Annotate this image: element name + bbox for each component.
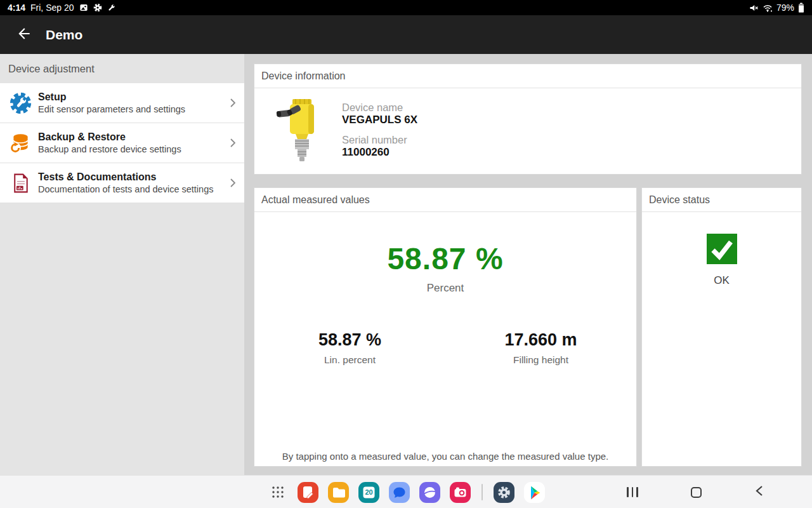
app-bar: Demo <box>0 15 812 54</box>
samsung-notes-icon[interactable] <box>298 482 318 503</box>
device-name-label: Device name <box>342 102 417 114</box>
my-files-icon[interactable] <box>328 482 349 503</box>
sensor-device-image <box>276 96 327 167</box>
secondary-measured-value[interactable]: 58.87 % Lin. percent <box>254 330 445 366</box>
sidebar-item-title: Tests & Documentations <box>38 170 226 184</box>
status-date: Fri, Sep 20 <box>30 3 74 13</box>
app-drawer-icon[interactable] <box>267 482 288 503</box>
panel-header: Device information <box>254 64 801 88</box>
primary-value-label: Percent <box>254 282 636 295</box>
measured-value-hint: By tapping onto a measured value, you ca… <box>254 451 636 462</box>
content-area: Device adjustment Setup Edit sensor para… <box>0 54 812 475</box>
navigation-bar <box>624 476 768 508</box>
device-information-panel: Device information <box>254 64 802 175</box>
taskbar: 20 <box>0 475 812 508</box>
primary-measured-value[interactable]: 58.87 % Percent <box>254 241 636 295</box>
calendar-icon[interactable]: 20 <box>358 482 379 503</box>
panel-header: Actual measured values <box>254 188 636 212</box>
sidebar-item-subtitle: Documentation of tests and device settin… <box>38 184 226 196</box>
status-text: OK <box>714 274 730 287</box>
sidebar-item-title: Setup <box>38 90 226 104</box>
sidebar-item-backup-restore[interactable]: Backup & Restore Backup and restore devi… <box>0 123 244 163</box>
recents-button[interactable] <box>624 484 641 500</box>
wrench-icon <box>107 3 116 12</box>
dock-divider <box>481 484 483 500</box>
samsung-internet-icon[interactable] <box>419 482 440 503</box>
camera-icon[interactable] <box>450 482 471 503</box>
sidebar-item-title: Backup & Restore <box>38 130 226 144</box>
page-title: Demo <box>46 27 82 43</box>
device-status-panel: Device status OK <box>641 187 802 467</box>
status-bar: 4:14 Fri, Sep 20 79% <box>0 0 812 15</box>
backup-database-icon <box>8 130 33 156</box>
recents-icon <box>627 487 638 497</box>
status-ok-check-icon <box>707 234 737 264</box>
secondary-measured-value[interactable]: 17.660 m Filling height <box>445 330 636 366</box>
measured-values-panel: Actual measured values 58.87 % Percent 5… <box>254 187 637 467</box>
home-icon <box>691 487 702 498</box>
back-button[interactable] <box>11 22 37 48</box>
sidebar: Device adjustment Setup Edit sensor para… <box>0 54 244 475</box>
back-arrow-icon <box>16 25 32 44</box>
secondary-value-label: Lin. percent <box>254 354 445 366</box>
sidebar-item-subtitle: Edit sensor parameters and settings <box>38 104 226 116</box>
wifi-icon <box>763 3 773 13</box>
back-nav-button[interactable] <box>751 484 768 500</box>
chevron-right-icon <box>226 97 237 109</box>
calendar-day: 20 <box>358 482 379 503</box>
setup-gear-wrench-icon <box>8 90 33 116</box>
home-button[interactable] <box>688 484 704 500</box>
battery-percent: 79% <box>776 3 794 13</box>
sidebar-item-subtitle: Backup and restore device settings <box>38 144 226 156</box>
sidebar-item-setup[interactable]: Setup Edit sensor parameters and setting… <box>0 83 244 123</box>
secondary-value-label: Filling height <box>445 354 636 366</box>
panel-header: Device status <box>642 188 801 212</box>
sidebar-item-tests-documentations[interactable]: Tests & Documentations Documentation of … <box>0 163 244 203</box>
status-time: 4:14 <box>8 3 25 13</box>
settings-icon[interactable] <box>494 482 514 503</box>
primary-value[interactable]: 58.87 % <box>254 241 636 276</box>
gear-icon <box>93 3 102 12</box>
messages-icon[interactable] <box>389 482 410 503</box>
play-store-icon[interactable] <box>524 482 545 503</box>
secondary-value[interactable]: 58.87 % <box>254 330 445 350</box>
sidebar-header: Device adjustment <box>0 54 244 83</box>
serial-number-value: 11000260 <box>342 146 417 159</box>
screenshot-icon <box>79 3 88 12</box>
secondary-value[interactable]: 17.660 m <box>445 330 636 350</box>
chevron-right-icon <box>226 177 237 189</box>
battery-icon <box>798 3 804 13</box>
back-chevron-icon <box>754 485 765 500</box>
serial-number-label: Serial number <box>342 134 417 146</box>
mute-icon <box>749 3 759 13</box>
chevron-right-icon <box>226 137 237 149</box>
tests-document-icon <box>8 170 33 196</box>
device-name-value: VEGAPULS 6X <box>342 114 417 126</box>
